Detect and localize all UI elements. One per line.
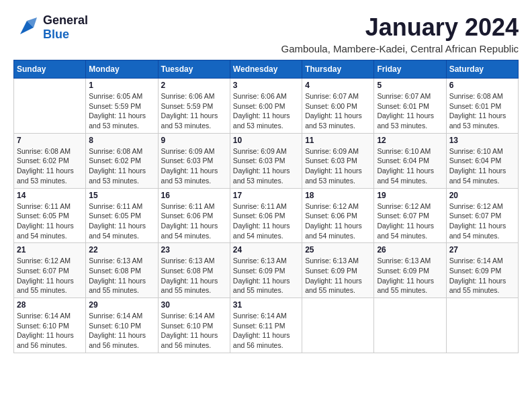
day-number: 13 bbox=[449, 136, 515, 145]
day-number: 18 bbox=[305, 191, 371, 200]
day-info: Sunrise: 6:07 AMSunset: 6:00 PMDaylight:… bbox=[305, 91, 371, 131]
calendar-cell: 4Sunrise: 6:07 AMSunset: 6:00 PMDaylight… bbox=[302, 79, 374, 134]
day-header-wednesday: Wednesday bbox=[230, 60, 302, 79]
day-info: Sunrise: 6:14 AMSunset: 6:09 PMDaylight:… bbox=[449, 256, 515, 295]
calendar-cell: 2Sunrise: 6:06 AMSunset: 5:59 PMDaylight… bbox=[158, 79, 230, 134]
calendar-week-row: 14Sunrise: 6:11 AMSunset: 6:05 PMDayligh… bbox=[14, 188, 519, 243]
calendar-week-row: 21Sunrise: 6:12 AMSunset: 6:07 PMDayligh… bbox=[14, 243, 519, 298]
day-info: Sunrise: 6:11 AMSunset: 6:06 PMDaylight:… bbox=[161, 201, 227, 241]
calendar-week-row: 7Sunrise: 6:08 AMSunset: 6:02 PMDaylight… bbox=[14, 133, 519, 188]
calendar-cell: 19Sunrise: 6:12 AMSunset: 6:07 PMDayligh… bbox=[374, 188, 446, 243]
day-number: 11 bbox=[305, 136, 371, 145]
day-number: 24 bbox=[233, 245, 299, 255]
day-header-thursday: Thursday bbox=[302, 60, 374, 79]
day-number: 28 bbox=[17, 300, 83, 310]
day-info: Sunrise: 6:10 AMSunset: 6:04 PMDaylight:… bbox=[377, 146, 443, 186]
day-info: Sunrise: 6:12 AMSunset: 6:07 PMDaylight:… bbox=[377, 201, 443, 241]
day-number: 8 bbox=[89, 136, 154, 145]
day-number: 26 bbox=[377, 245, 443, 255]
day-number: 4 bbox=[305, 81, 371, 90]
calendar-cell: 16Sunrise: 6:11 AMSunset: 6:06 PMDayligh… bbox=[158, 188, 230, 243]
calendar-cell: 6Sunrise: 6:08 AMSunset: 6:01 PMDaylight… bbox=[446, 79, 518, 134]
day-number: 10 bbox=[233, 136, 299, 145]
day-info: Sunrise: 6:13 AMSunset: 6:09 PMDaylight:… bbox=[233, 256, 299, 295]
day-header-friday: Friday bbox=[374, 60, 446, 79]
calendar-cell: 17Sunrise: 6:11 AMSunset: 6:06 PMDayligh… bbox=[230, 188, 302, 243]
day-info: Sunrise: 6:12 AMSunset: 6:06 PMDaylight:… bbox=[305, 201, 371, 241]
day-number: 23 bbox=[161, 245, 227, 255]
calendar-cell: 9Sunrise: 6:09 AMSunset: 6:03 PMDaylight… bbox=[158, 133, 230, 188]
title-area: January 2024 Gamboula, Mambere-Kadei, Ce… bbox=[281, 13, 519, 54]
day-info: Sunrise: 6:14 AMSunset: 6:10 PMDaylight:… bbox=[161, 311, 227, 351]
day-number: 22 bbox=[89, 245, 154, 255]
day-info: Sunrise: 6:06 AMSunset: 6:00 PMDaylight:… bbox=[233, 91, 299, 131]
day-number: 17 bbox=[233, 191, 299, 200]
calendar-cell: 26Sunrise: 6:13 AMSunset: 6:09 PMDayligh… bbox=[374, 243, 446, 298]
logo-text-general: General bbox=[43, 13, 88, 28]
calendar-cell: 10Sunrise: 6:09 AMSunset: 6:03 PMDayligh… bbox=[230, 133, 302, 188]
day-number: 7 bbox=[17, 136, 83, 145]
calendar-cell: 31Sunrise: 6:14 AMSunset: 6:11 PMDayligh… bbox=[230, 298, 302, 353]
day-info: Sunrise: 6:08 AMSunset: 6:01 PMDaylight:… bbox=[449, 91, 515, 131]
day-number: 3 bbox=[233, 81, 299, 90]
calendar-cell: 27Sunrise: 6:14 AMSunset: 6:09 PMDayligh… bbox=[446, 243, 518, 298]
calendar-cell: 7Sunrise: 6:08 AMSunset: 6:02 PMDaylight… bbox=[14, 133, 86, 188]
day-number: 30 bbox=[161, 300, 227, 310]
day-number: 19 bbox=[377, 191, 443, 200]
calendar-title: January 2024 bbox=[281, 13, 519, 42]
day-number: 1 bbox=[89, 81, 154, 90]
day-info: Sunrise: 6:13 AMSunset: 6:08 PMDaylight:… bbox=[89, 256, 154, 295]
logo-bird-icon bbox=[13, 14, 40, 41]
day-info: Sunrise: 6:11 AMSunset: 6:05 PMDaylight:… bbox=[17, 201, 83, 241]
day-info: Sunrise: 6:09 AMSunset: 6:03 PMDaylight:… bbox=[305, 146, 371, 186]
day-number: 31 bbox=[233, 300, 299, 310]
calendar-body: 1Sunrise: 6:05 AMSunset: 5:59 PMDaylight… bbox=[14, 79, 519, 353]
day-number: 21 bbox=[17, 245, 83, 255]
calendar-table: SundayMondayTuesdayWednesdayThursdayFrid… bbox=[13, 60, 519, 353]
day-info: Sunrise: 6:07 AMSunset: 6:01 PMDaylight:… bbox=[377, 91, 443, 131]
day-info: Sunrise: 6:13 AMSunset: 6:09 PMDaylight:… bbox=[305, 256, 371, 295]
day-info: Sunrise: 6:12 AMSunset: 6:07 PMDaylight:… bbox=[17, 256, 83, 295]
calendar-header-row: SundayMondayTuesdayWednesdayThursdayFrid… bbox=[14, 60, 519, 79]
calendar-cell: 3Sunrise: 6:06 AMSunset: 6:00 PMDaylight… bbox=[230, 79, 302, 134]
calendar-cell: 8Sunrise: 6:08 AMSunset: 6:02 PMDaylight… bbox=[86, 133, 158, 188]
calendar-cell: 15Sunrise: 6:11 AMSunset: 6:05 PMDayligh… bbox=[86, 188, 158, 243]
calendar-cell: 13Sunrise: 6:10 AMSunset: 6:04 PMDayligh… bbox=[446, 133, 518, 188]
day-info: Sunrise: 6:09 AMSunset: 6:03 PMDaylight:… bbox=[161, 146, 227, 186]
calendar-cell: 30Sunrise: 6:14 AMSunset: 6:10 PMDayligh… bbox=[158, 298, 230, 353]
calendar-cell: 24Sunrise: 6:13 AMSunset: 6:09 PMDayligh… bbox=[230, 243, 302, 298]
calendar-cell: 11Sunrise: 6:09 AMSunset: 6:03 PMDayligh… bbox=[302, 133, 374, 188]
calendar-cell: 5Sunrise: 6:07 AMSunset: 6:01 PMDaylight… bbox=[374, 79, 446, 134]
day-info: Sunrise: 6:09 AMSunset: 6:03 PMDaylight:… bbox=[233, 146, 299, 186]
calendar-cell: 22Sunrise: 6:13 AMSunset: 6:08 PMDayligh… bbox=[86, 243, 158, 298]
day-info: Sunrise: 6:11 AMSunset: 6:06 PMDaylight:… bbox=[233, 201, 299, 241]
calendar-cell: 25Sunrise: 6:13 AMSunset: 6:09 PMDayligh… bbox=[302, 243, 374, 298]
calendar-cell: 14Sunrise: 6:11 AMSunset: 6:05 PMDayligh… bbox=[14, 188, 86, 243]
header: General Blue January 2024 Gamboula, Mamb… bbox=[13, 13, 519, 54]
calendar-cell: 29Sunrise: 6:14 AMSunset: 6:10 PMDayligh… bbox=[86, 298, 158, 353]
calendar-subtitle: Gamboula, Mambere-Kadei, Central African… bbox=[281, 43, 519, 54]
day-info: Sunrise: 6:13 AMSunset: 6:08 PMDaylight:… bbox=[161, 256, 227, 295]
day-number: 25 bbox=[305, 245, 371, 255]
calendar-week-row: 1Sunrise: 6:05 AMSunset: 5:59 PMDaylight… bbox=[14, 79, 519, 134]
day-info: Sunrise: 6:08 AMSunset: 6:02 PMDaylight:… bbox=[89, 146, 154, 186]
day-number: 5 bbox=[377, 81, 443, 90]
calendar-cell: 1Sunrise: 6:05 AMSunset: 5:59 PMDaylight… bbox=[86, 79, 158, 134]
day-number: 2 bbox=[161, 81, 227, 90]
calendar-cell bbox=[14, 79, 86, 134]
day-number: 9 bbox=[161, 136, 227, 145]
calendar-week-row: 28Sunrise: 6:14 AMSunset: 6:10 PMDayligh… bbox=[14, 298, 519, 353]
day-info: Sunrise: 6:14 AMSunset: 6:10 PMDaylight:… bbox=[89, 311, 154, 351]
day-number: 20 bbox=[449, 191, 515, 200]
day-number: 16 bbox=[161, 191, 227, 200]
day-header-saturday: Saturday bbox=[446, 60, 518, 79]
day-number: 15 bbox=[89, 191, 154, 200]
calendar-cell: 21Sunrise: 6:12 AMSunset: 6:07 PMDayligh… bbox=[14, 243, 86, 298]
day-info: Sunrise: 6:14 AMSunset: 6:11 PMDaylight:… bbox=[233, 311, 299, 351]
day-header-sunday: Sunday bbox=[14, 60, 86, 79]
day-info: Sunrise: 6:13 AMSunset: 6:09 PMDaylight:… bbox=[377, 256, 443, 295]
day-number: 29 bbox=[89, 300, 154, 310]
logo-text-blue: Blue bbox=[43, 28, 88, 42]
day-header-monday: Monday bbox=[86, 60, 158, 79]
calendar-cell bbox=[374, 298, 446, 353]
